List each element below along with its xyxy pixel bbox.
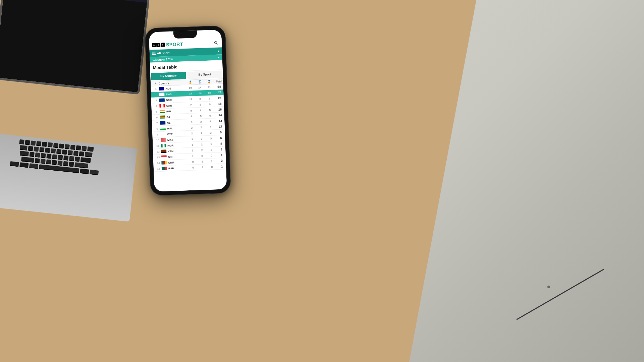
country-cell: NGA [161, 143, 187, 147]
row-expand-icon[interactable]: › [226, 136, 227, 139]
gold-count: 3 [186, 115, 196, 118]
total-count: 17 [215, 125, 226, 128]
phone-screen: B B C SPORT [149, 29, 227, 191]
row-rank: 5 [154, 110, 160, 113]
country-cell: AUS [159, 86, 186, 90]
row-expand-icon[interactable]: › [226, 125, 227, 128]
row-rank: 4 [153, 104, 159, 108]
bronze-count: 21 [204, 85, 214, 89]
bbc-box-b1: B [152, 43, 156, 47]
event-title: Glasgow 2014 [152, 57, 172, 61]
bronze-count: 6 [205, 103, 214, 106]
bbc-box-b2: B [156, 43, 160, 47]
row-rank: 10 [155, 138, 161, 142]
row-expand-icon[interactable]: › [225, 96, 227, 100]
silver-count: 3 [196, 120, 206, 123]
total-count: 1 [217, 165, 227, 168]
total-count: 47 [214, 90, 225, 94]
gold-count: 3 [187, 120, 196, 124]
country-code: BAN [168, 167, 174, 170]
row-expand-icon[interactable]: › [225, 102, 227, 105]
row-rank: 2 [153, 93, 159, 96]
total-count: 16 [214, 102, 225, 106]
gold-count: 11 [186, 98, 196, 101]
row-rank: 13 [155, 156, 161, 159]
gold-count: 18 [186, 92, 195, 95]
country-cell: MAS [161, 137, 187, 142]
country-cell: SIN [161, 155, 188, 159]
country-code: SA [166, 115, 170, 118]
bronze-count: 2 [206, 131, 215, 134]
row-expand-icon[interactable]: › [226, 119, 227, 122]
col-bronze: 🥉 [204, 80, 214, 83]
total-count: 14 [215, 119, 226, 123]
row-rank: 8 [154, 127, 160, 130]
concrete-screw [547, 286, 550, 288]
country-code: CMR [168, 161, 174, 164]
flag-nga [161, 144, 166, 147]
silver-count: 1 [198, 160, 207, 163]
row-expand-icon[interactable]: › [225, 90, 227, 94]
search-button[interactable] [213, 40, 219, 46]
row-rank: 6 [154, 116, 160, 119]
silver-count: 2 [197, 143, 206, 146]
col-total: Total [214, 80, 224, 83]
silver-count: 6 [196, 97, 205, 101]
silver-count: 2 [197, 137, 206, 140]
country-code: NZ [167, 121, 170, 124]
row-rank: 12 [155, 150, 161, 153]
gold-count: 1 [188, 149, 197, 152]
row-expand-icon[interactable]: › [225, 113, 227, 117]
flag-aus [159, 87, 164, 90]
bronze-count: 0 [207, 148, 216, 152]
medal-table-title: Medal Table [153, 64, 177, 70]
total-count: 14 [215, 113, 225, 117]
col-expand [224, 81, 227, 81]
country-cell: SCO [159, 98, 186, 102]
bronze-count: 15 [205, 91, 214, 95]
gold-count: 19 [185, 86, 195, 89]
flag-wal [160, 127, 166, 130]
tab-by-country[interactable]: By Country [151, 72, 186, 80]
screen-content: B B C SPORT [149, 29, 227, 191]
silver-count: 3 [196, 103, 205, 106]
row-rank: 15 [156, 167, 162, 170]
concrete-line [516, 269, 604, 320]
laptop-keyboard [0, 131, 137, 222]
row-rank: 3 [153, 99, 159, 102]
gold-count: 1 [187, 137, 197, 141]
row-expand-icon[interactable]: › [226, 142, 227, 145]
tab-by-sport[interactable]: By Sport [187, 70, 222, 79]
laptop-screen: F1 F2 F3 F4 [0, 0, 150, 95]
bronze-count: 1 [207, 160, 216, 163]
silver-count: 7 [197, 126, 206, 129]
col-gold: 🥇 [185, 80, 195, 84]
laptop: F1 F2 F3 F4 [0, 0, 167, 243]
country-code: IND [166, 110, 171, 113]
flag-sin [161, 155, 167, 159]
bronze-count: 6 [205, 114, 215, 117]
silver-count: 1 [197, 131, 206, 135]
row-expand-icon[interactable]: › [226, 130, 227, 134]
bbc-box-c: C [161, 43, 165, 47]
row-expand-icon[interactable]: › [224, 85, 227, 88]
total-count: 3 [216, 147, 227, 151]
event-chevron-icon: ▾ [218, 56, 219, 59]
country-cell: KEN [161, 149, 188, 153]
bbc-logo-area: B B C SPORT [152, 41, 183, 48]
nav-menu[interactable]: All Sport [152, 51, 170, 55]
medal-table-body: 1 AUS 19 14 21 54 › 2 ENG 18 14 15 47 › … [151, 84, 227, 191]
silver-count: 5 [196, 114, 205, 118]
row-rank: 7 [154, 121, 160, 125]
bronze-count: 0 [207, 154, 216, 157]
country-cell: NZ [160, 120, 187, 125]
phone-wrapper: B B C SPORT [145, 25, 231, 196]
country-code: CYP [167, 132, 173, 136]
bronze-count: 8 [206, 120, 215, 123]
total-count: 6 [216, 136, 226, 140]
row-expand-icon[interactable]: › [225, 108, 227, 111]
total-count: 1 [216, 153, 227, 157]
bronze-count: 8 [205, 97, 214, 100]
gold-count: 2 [187, 132, 197, 135]
row-rank: 14 [155, 161, 161, 165]
